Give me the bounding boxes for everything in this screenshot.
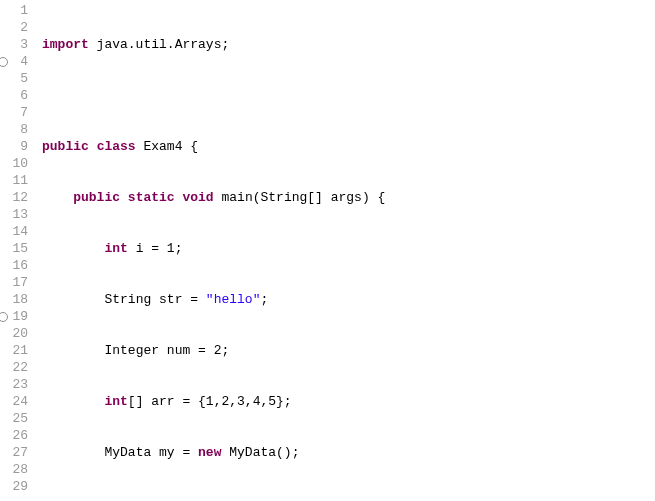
keyword: new [198,445,221,460]
code-line: public static void main(String[] args) { [42,189,655,206]
text: main(String[] args) { [214,190,386,205]
keyword: int [104,241,127,256]
keyword: int [104,394,127,409]
line-number: 22 [0,359,28,376]
code-line: MyData my = new MyData(); [42,444,655,461]
keyword: void [182,190,213,205]
keyword: import [42,37,89,52]
string-literal: "hello" [206,292,261,307]
line-number: 2 [0,19,28,36]
text: Integer num = 2; [104,343,229,358]
text: java.util.Arrays; [89,37,229,52]
text: String str = [104,292,205,307]
code-line: int i = 1; [42,240,655,257]
line-number: 12 [0,189,28,206]
text: [] arr = {1,2,3,4,5}; [128,394,292,409]
line-number: 4 [0,53,28,70]
line-number: 27 [0,444,28,461]
line-number: 19 [0,308,28,325]
line-number: 28 [0,461,28,478]
line-number-gutter: 1234567891011121314151617181920212223242… [0,0,34,501]
line-number: 16 [0,257,28,274]
text: MyData my = [104,445,198,460]
line-number: 14 [0,223,28,240]
line-number: 5 [0,70,28,87]
code-area: import java.util.Arrays; public class Ex… [34,0,655,501]
line-number: 20 [0,325,28,342]
keyword: public [42,139,89,154]
code-line [42,87,655,104]
line-number: 9 [0,138,28,155]
code-line [42,495,655,501]
code-line: import java.util.Arrays; [42,36,655,53]
line-number: 18 [0,291,28,308]
text: i = 1; [128,241,183,256]
line-number: 23 [0,376,28,393]
line-number: 17 [0,274,28,291]
line-number: 7 [0,104,28,121]
line-number: 13 [0,206,28,223]
code-line: String str = "hello"; [42,291,655,308]
text: MyData(); [221,445,299,460]
line-number: 1 [0,2,28,19]
override-marker-icon [0,57,8,67]
keyword: class [97,139,136,154]
line-number: 3 [0,36,28,53]
keyword: static [128,190,175,205]
line-number: 21 [0,342,28,359]
code-line: public class Exam4 { [42,138,655,155]
line-number: 11 [0,172,28,189]
line-number: 15 [0,240,28,257]
line-number: 25 [0,410,28,427]
line-number: 6 [0,87,28,104]
text: ; [260,292,268,307]
line-number: 10 [0,155,28,172]
keyword: public [73,190,120,205]
code-editor: 1234567891011121314151617181920212223242… [0,0,655,501]
line-number: 29 [0,478,28,495]
code-line: Integer num = 2; [42,342,655,359]
code-line: int[] arr = {1,2,3,4,5}; [42,393,655,410]
override-marker-icon [0,312,8,322]
text: Exam4 { [136,139,198,154]
line-number: 26 [0,427,28,444]
line-number: 8 [0,121,28,138]
line-number: 24 [0,393,28,410]
